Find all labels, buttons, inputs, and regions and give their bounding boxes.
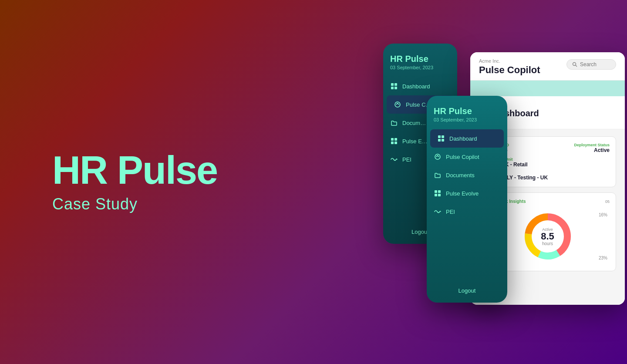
svg-point-13 [435,154,440,159]
wave-icon-mid [434,208,442,216]
svg-rect-8 [394,142,397,144]
phone-mid-header: HR Pulse 03 September, 2023 [427,96,507,129]
nav-label-documents: Docum… [402,120,426,126]
nav-item-pei-mid[interactable]: PEI [427,202,507,221]
nav-item-documents-mid[interactable]: Documents [427,166,507,184]
svg-rect-16 [435,194,437,196]
nav-label-dashboard-mid: Dashboard [449,135,477,142]
phone-mid: HR Pulse 03 September, 2023 Dashboard Pu… [427,96,507,303]
svg-point-18 [573,63,576,66]
svg-rect-17 [438,194,441,196]
nav-label-pei-mid: PEI [446,209,455,215]
nav-label-copilot-mid: Pulse Copilot [446,154,479,160]
nav-item-dashboard-back[interactable]: Dashboard [383,77,457,95]
circle-icon-mid [434,153,442,161]
pct-23: 23% [599,256,607,260]
wave-icon [390,155,398,163]
svg-rect-12 [442,139,444,142]
nav-label-documents-mid: Documents [446,172,475,179]
circle-icon [394,101,401,108]
nav-label-evolve: Pulse E… [402,138,428,145]
svg-rect-15 [438,190,441,193]
logout-mid[interactable]: Logout [427,287,507,294]
svg-rect-0 [391,83,394,86]
nav-item-copilot-mid[interactable]: Pulse Copilot [427,148,507,166]
emp-status-value: Active [574,147,610,153]
folder-icon [390,119,398,127]
svg-rect-9 [438,135,441,138]
svg-rect-1 [394,83,397,86]
svg-rect-2 [391,87,394,89]
nav-label-pei: PEI [402,156,411,163]
phone-back-header: HR Pulse 03 September, 2023 [383,44,457,77]
folder-icon-mid [434,171,442,179]
nav-label-dashboard: Dashboard [402,83,430,90]
emp-status-label: Deployment Status [574,143,610,147]
grid-icon-mid [437,135,445,142]
svg-rect-10 [442,135,444,138]
phone-mid-app-title: HR Pulse [434,106,500,116]
desktop-topbar: Acme Inc. Pulse Copilot [470,52,625,81]
grid2-icon [390,137,398,145]
svg-rect-11 [438,139,441,142]
teal-banner [470,81,625,96]
hero-title: HR Pulse [52,151,217,190]
grid2-icon-mid [434,189,442,197]
svg-rect-6 [394,138,397,141]
hero-subtitle: Case Study [52,195,217,213]
phone-mid-date: 03 September, 2023 [434,117,500,122]
insights-date: 05 [605,199,610,204]
svg-rect-3 [394,87,397,89]
svg-line-19 [576,65,577,67]
phone-back-app-title: HR Pulse [390,54,450,64]
svg-point-4 [395,102,400,107]
grid-icon [390,82,398,90]
nav-label-evolve-mid: Pulse Evolve [446,190,479,197]
phone-back-date: 03 September, 2023 [390,65,450,70]
svg-rect-7 [391,142,394,144]
nav-item-dashboard-mid[interactable]: Dashboard [430,129,504,148]
svg-rect-5 [391,138,394,141]
svg-rect-14 [435,190,437,193]
search-icon [572,62,577,67]
screens-container: HR Pulse 03 September, 2023 Dashboard Pu… [383,44,627,327]
nav-item-evolve-mid[interactable]: Pulse Evolve [427,184,507,202]
search-bar[interactable] [566,59,616,70]
search-input[interactable] [580,61,610,67]
pct-16: 16% [599,212,607,217]
hero-section: HR Pulse Case Study [52,151,217,213]
